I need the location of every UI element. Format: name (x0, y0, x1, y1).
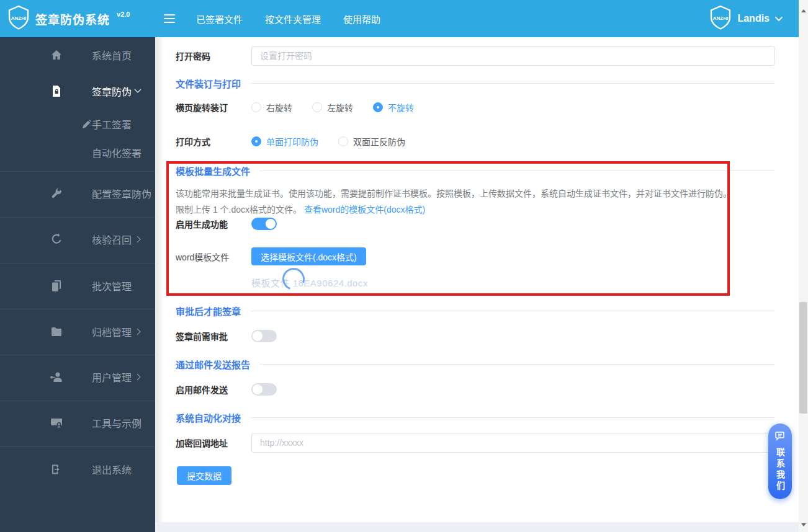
section-binding-print: 文件装订与打印 (176, 77, 775, 90)
sidebar-item-manual-sign[interactable]: 手工签署 (0, 112, 155, 136)
choose-template-button[interactable]: 选择模板文件(.docx格式) (251, 247, 366, 265)
chat-icon (775, 431, 786, 444)
chevron-right-icon (137, 373, 141, 381)
app-window: ANZHI 签章防伪系统 v2.0 已签署文件 按文件夹管理 使用帮助 ANZH… (0, 0, 808, 532)
pages-icon (50, 279, 63, 293)
section-approval: 审批后才能签章 (176, 304, 775, 317)
sidebar-divider (0, 446, 155, 447)
sidebar-item-user-management[interactable]: 用户管理 (0, 365, 155, 389)
wrench-icon (50, 187, 63, 200)
chevron-right-icon (137, 190, 141, 197)
radio-circle-icon (312, 102, 322, 112)
nav-folder-management[interactable]: 按文件夹管理 (265, 12, 321, 25)
contact-us-button[interactable]: 联系我们 (768, 423, 792, 499)
sidebar-divider (0, 263, 155, 264)
folder-icon (50, 325, 63, 339)
radio-no-rotate[interactable]: 不旋转 (373, 101, 414, 113)
submit-button[interactable]: 提交数据 (177, 466, 231, 485)
nav-signed-files[interactable]: 已签署文件 (196, 12, 243, 25)
logout-icon (50, 463, 63, 476)
user-name: Landis (737, 13, 770, 24)
scrollbar-up-arrow[interactable] (799, 6, 808, 16)
open-password-row: 打开密码 (176, 46, 775, 66)
section-rule (259, 364, 775, 365)
rotate-binding-row: 横页旋转装订 右旋转 左旋转 不旋转 (176, 101, 434, 113)
section-system-api: 系统自动化对接 (176, 411, 775, 424)
sidebar-item-logout[interactable]: 退出系统 (0, 457, 155, 482)
enable-generate-row: 启用生成功能 (176, 218, 277, 230)
section-rule (250, 311, 775, 311)
callback-row: 加密回调地址 (176, 433, 775, 453)
approval-label: 签章前需审批 (176, 330, 251, 342)
sidebar-item-sign-antifake[interactable]: 签章防伪 (0, 79, 155, 104)
chevron-down-icon (134, 89, 141, 94)
scrollbar-thumb[interactable] (799, 302, 807, 414)
radio-circle-icon (338, 136, 348, 146)
template-doc-link[interactable]: 查看word的模板文件(docx格式) (304, 205, 425, 215)
callback-label: 加密回调地址 (176, 437, 251, 449)
sidebar-item-batch-management[interactable]: 批次管理 (0, 273, 155, 298)
section-rule (259, 171, 775, 171)
app-version: v2.0 (117, 11, 130, 18)
sidebar-item-verify-recall[interactable]: 核验召回 (0, 227, 155, 252)
radio-rotate-right[interactable]: 右旋转 (251, 101, 292, 113)
chevron-right-icon (137, 236, 141, 243)
template-description: 该功能常用来批量生成证书。使用该功能，需要提前制作证书模板。按照模板，上传数据文… (176, 185, 756, 218)
enable-generate-label: 启用生成功能 (176, 218, 251, 230)
page-scrollbar[interactable] (799, 0, 808, 532)
open-password-label: 打开密码 (176, 50, 251, 62)
radio-circle-icon (251, 136, 261, 146)
print-mode-label: 打印方式 (176, 135, 251, 148)
sidebar-shadow (155, 37, 164, 532)
sidebar-divider (0, 171, 155, 172)
sidebar-item-archive-management[interactable]: 归档管理 (0, 319, 155, 344)
mail-toggle[interactable] (251, 383, 277, 396)
brand[interactable]: ANZHI 签章防伪系统 v2.0 (0, 5, 150, 32)
approval-toggle[interactable] (251, 330, 277, 342)
top-header: ANZHI 签章防伪系统 v2.0 已签署文件 按文件夹管理 使用帮助 ANZH… (0, 0, 799, 37)
monitor-badge-icon (50, 416, 63, 430)
radio-single-side-print[interactable]: 单面打印防伪 (251, 135, 318, 148)
undo-icon (50, 233, 63, 246)
section-mail-report: 通过邮件发送报告 (176, 358, 775, 371)
radio-circle-icon (251, 102, 261, 112)
section-rule (250, 417, 775, 418)
brand-logo-icon: ANZHI (7, 5, 30, 32)
user-key-icon (50, 370, 63, 384)
approval-row: 签章前需审批 (176, 330, 277, 342)
rotate-binding-label: 横页旋转装订 (176, 101, 251, 113)
menu-toggle-button[interactable] (160, 11, 179, 27)
open-password-input[interactable] (251, 46, 775, 66)
app-title: 签章防伪系统 (35, 11, 110, 27)
sidebar: 系统首页 签章防伪 手工签署 自动化签署 (0, 37, 155, 532)
sidebar-item-home[interactable]: 系统首页 (0, 43, 155, 68)
nav-help[interactable]: 使用帮助 (343, 12, 380, 25)
sidebar-divider (0, 401, 155, 401)
radio-rotate-left[interactable]: 左旋转 (312, 101, 353, 113)
sidebar-divider (0, 355, 155, 355)
loading-spinner-icon (279, 264, 308, 294)
scrollbar-down-arrow[interactable] (799, 520, 808, 530)
sidebar-item-config-antifake[interactable]: 配置签章防伪 (0, 181, 155, 206)
sidebar-item-tools-examples[interactable]: 工具与示例 (0, 410, 155, 435)
print-mode-row: 打印方式 单面打印防伪 双面正反防伪 (176, 135, 425, 148)
top-navigation: 已签署文件 按文件夹管理 使用帮助 (196, 12, 380, 25)
chevron-right-icon (137, 419, 141, 427)
radio-double-side-print[interactable]: 双面正反防伪 (338, 135, 405, 148)
user-menu[interactable]: ANZHI Landis (709, 5, 783, 32)
brand-logo-text: ANZHI (11, 16, 26, 21)
page-background-strip (155, 522, 799, 532)
word-template-label: word模板文件 (176, 250, 251, 263)
section-rule (250, 83, 775, 84)
enable-generate-toggle[interactable] (251, 218, 277, 230)
uploading-file-name: 模板文件 16EA90624.docx (251, 276, 368, 289)
user-avatar: ANZHI (709, 5, 732, 32)
home-icon (50, 48, 63, 62)
settings-form: 打开密码 文件装订与打印 横页旋转装订 右旋转 左旋转 不旋转 打印方式 单面打… (155, 37, 799, 532)
mail-label: 启用邮件发送 (176, 383, 251, 396)
mail-row: 启用邮件发送 (176, 383, 277, 396)
sidebar-item-auto-sign[interactable]: 自动化签署 (0, 140, 155, 165)
section-template-generate: 模板批量生成文件 (176, 164, 775, 177)
sidebar-divider (0, 309, 155, 309)
callback-url-input[interactable] (251, 433, 775, 453)
